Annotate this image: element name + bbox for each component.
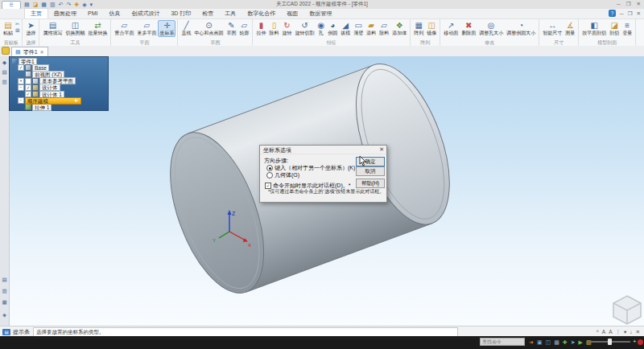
document-tab[interactable]: ▤ 零件1 ✕ <box>11 47 48 56</box>
cancel-button[interactable]: 取消 <box>356 166 385 176</box>
watermark-cube-logo <box>613 296 641 324</box>
restore-button[interactable]: ❐ <box>626 1 631 7</box>
pathfinder-tab-icon[interactable]: ◆ <box>1 60 8 66</box>
document-tab-close-icon[interactable]: ✕ <box>40 49 44 55</box>
family-tab-icon[interactable]: ▥ <box>1 288 8 294</box>
zoom-area-icon[interactable]: ▣ <box>537 338 543 347</box>
more-planes-button[interactable]: ▱ 更多平面 <box>135 20 158 37</box>
doc-restore-button[interactable]: ❐ <box>628 10 633 17</box>
groups-tab-icon[interactable]: ▦ <box>1 299 8 306</box>
font-increase-icon[interactable]: A <box>602 329 605 335</box>
collapse-prompt-icon[interactable]: ^ <box>597 329 599 335</box>
hole-button[interactable]: ◉ 孔 <box>316 20 326 37</box>
tab-3d-print[interactable]: 3D 打印 <box>165 9 196 18</box>
key-icon[interactable] <box>2 47 10 55</box>
zoom-icon[interactable]: ◫ <box>546 338 551 347</box>
more-options-icon[interactable]: ⋮ <box>616 329 621 335</box>
add-body-button[interactable]: ❖ 添加体 <box>390 20 408 37</box>
smart-dimension-icon: ↔ <box>548 21 556 31</box>
thin-wall-button[interactable]: ▭ 薄壁 <box>352 20 365 37</box>
sketch-button[interactable]: ✎ 草图 <box>225 20 237 37</box>
select-button[interactable]: ➤ 选择 <box>24 20 37 37</box>
resize-round-button[interactable]: ◔ 调整倒圆大小 <box>505 20 537 37</box>
tab-home[interactable]: 主页 <box>24 8 48 18</box>
fill-properties-button[interactable]: ▤ 属性填写 <box>41 20 64 37</box>
dialog-title-bar[interactable]: 坐标系选项 ✕ <box>260 146 386 154</box>
tree-row-extrude-1[interactable]: 拉伸 1 <box>11 104 106 110</box>
extrude-icon: ▮ <box>259 21 264 31</box>
coincident-plane-button[interactable]: ▱ 重合平面 <box>113 20 135 37</box>
help-icon[interactable]: ? <box>609 10 616 17</box>
dock-icon[interactable]: ↓ <box>630 329 632 335</box>
visibility-checkbox[interactable]: ✓ <box>25 84 31 91</box>
find-command-input[interactable] <box>480 338 525 346</box>
revolved-cut-button[interactable]: ↺ 旋转切割 <box>293 20 316 37</box>
library-tab-icon[interactable]: ▤ <box>1 69 8 76</box>
tab-generative-design[interactable]: 创成式设计 <box>126 9 165 18</box>
draft-button[interactable]: ◢ 拔模 <box>339 20 352 37</box>
center-point-circle-button[interactable]: ⊙ 中心和点画圆 <box>192 20 225 37</box>
close-button[interactable]: ✕ <box>637 1 641 7</box>
tab-surfacing[interactable]: 曲面处理 <box>48 9 82 18</box>
dialog-close-icon[interactable]: ✕ <box>379 146 384 153</box>
view-styles-icon[interactable]: ▶ <box>579 338 583 347</box>
collapse-icon[interactable]: − <box>18 84 24 91</box>
view-orientation-icon[interactable]: ➤ <box>571 338 576 347</box>
tab-data-management[interactable]: 数据管理 <box>303 9 337 18</box>
section-button[interactable]: ◪ 剖切 <box>608 20 621 37</box>
batch-convert-button[interactable]: ⇄ 批量转换 <box>86 20 109 37</box>
measure-button[interactable]: ∡ 测量 <box>564 20 576 37</box>
tab-simulation[interactable]: 仿真 <box>103 9 126 18</box>
delete-face-button[interactable]: ✖ 删除面 <box>460 20 477 37</box>
part-document-icon: ▤ <box>15 49 21 55</box>
pattern-button[interactable]: ▦ 阵列 <box>412 20 425 37</box>
minimize-button[interactable]: ─ <box>617 1 621 7</box>
cut-button[interactable]: ▯ 除料 <box>267 20 280 37</box>
pan-icon[interactable]: ▩ <box>554 338 559 347</box>
radio-geometry[interactable]: 几何体(G) <box>266 171 299 179</box>
info-tab-icon[interactable]: ◈ <box>1 312 8 318</box>
tree-row-part-root[interactable]: 零件1 <box>11 58 106 64</box>
tab-view[interactable]: 视图 <box>281 9 303 18</box>
rotate-view-icon[interactable]: ✚ <box>563 338 568 347</box>
revolve-button[interactable]: ↻ 旋转 <box>280 20 293 37</box>
collapse-icon[interactable]: − <box>18 97 24 104</box>
move-face-button[interactable]: ↗ 移动面 <box>442 20 460 37</box>
tab-inspect[interactable]: 检查 <box>196 9 219 18</box>
resize-hole-button[interactable]: ◎ 调整孔大小 <box>477 20 505 37</box>
close-prompt-icon[interactable]: ✕ <box>636 329 640 335</box>
line-button[interactable]: ╱ 直线 <box>180 20 192 37</box>
switch-sheet-button[interactable]: ◫ 切换图幅 <box>64 20 86 37</box>
section-by-plane-button[interactable]: ◧ 按平面剖切 <box>580 20 608 37</box>
visibility-checkbox[interactable]: ✓ <box>18 64 24 71</box>
paste-button[interactable]: ▤ 粘贴 <box>2 20 14 37</box>
help-button[interactable]: 帮助(H) <box>356 179 385 188</box>
sensors-tab-icon[interactable]: ▤ <box>1 277 8 283</box>
add-material-button[interactable]: ▰ 添料 <box>365 20 378 37</box>
layers-tab-icon[interactable]: ▥ <box>1 79 8 85</box>
coordinate-system-button[interactable]: ✛ 坐标系 <box>158 20 175 37</box>
ribbon: ▤ 粘贴 ✂ ⊞ 剪贴板 ➤ 选择 选择 ▤ 属性填写 ◫ 切换图幅 <box>0 19 644 47</box>
doc-minimize-button[interactable]: ─ <box>620 10 624 16</box>
tab-pmi[interactable]: PMI <box>82 9 103 18</box>
extrude-button[interactable]: ▮ 拉伸 <box>254 20 267 37</box>
tree-row-ordered-modeling[interactable]: − 顺序建模 <box>11 97 106 104</box>
profile-button[interactable]: ▱ 轮廓 <box>237 20 250 37</box>
round-button[interactable]: ◕ 倒圆 <box>326 20 339 37</box>
remove-material-button[interactable]: ▱ 除料 <box>378 20 390 37</box>
copy-icon[interactable]: ⊞ <box>15 27 19 33</box>
zoom-slider-knob[interactable] <box>608 339 612 345</box>
visibility-checkbox[interactable] <box>25 78 31 84</box>
smart-dimension-button[interactable]: ↔ 智能尺寸 <box>541 20 564 37</box>
tab-tools[interactable]: 工具 <box>219 9 242 18</box>
fit-view-icon[interactable]: ➜ <box>529 338 534 347</box>
tab-data-collaboration[interactable]: 数字化合作 <box>242 9 281 18</box>
dropdown-icon[interactable]: ▾ <box>624 329 626 335</box>
expand-icon[interactable]: + <box>18 78 24 84</box>
mirror-button[interactable]: ◫ 镜像 <box>425 20 438 37</box>
cut-icon[interactable]: ✂ <box>15 21 19 27</box>
zoom-in-icon[interactable]: + <box>633 338 637 345</box>
font-decrease-icon[interactable]: A <box>609 329 612 335</box>
doc-close-button[interactable]: ✕ <box>637 10 641 17</box>
variables-button[interactable]: ≡ 变量 <box>621 20 634 37</box>
